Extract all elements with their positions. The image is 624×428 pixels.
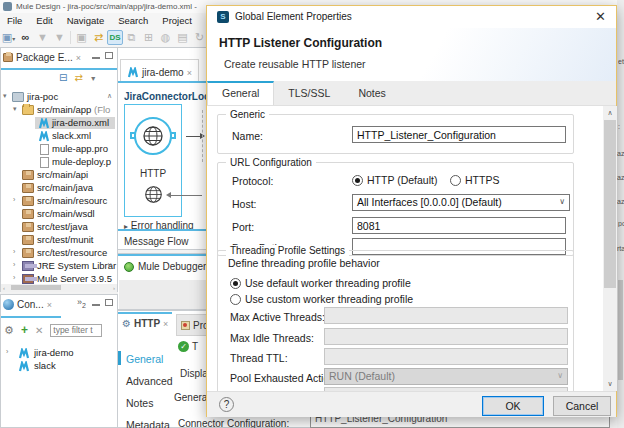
tree-label: src/main/java [37,182,93,193]
help-icon[interactable]: ? [219,397,234,412]
host-select[interactable]: All Interfaces [0.0.0.0] (Default)∨ [352,194,570,211]
tree-label: Mule Server 3.9.5 [37,273,112,284]
dialog-tab-notes[interactable]: Notes [344,81,399,105]
scroll-thumb[interactable] [604,120,616,288]
editor-tab-jira-demo[interactable]: jira-demo × [120,59,199,81]
port-input[interactable] [352,217,566,234]
radio-default-threading[interactable] [230,278,241,289]
maximize-icon[interactable] [105,52,113,59]
datasense-icon[interactable]: DS [107,30,123,45]
package-explorer-tab[interactable]: Package E... × [3,52,81,63]
menu-search[interactable]: Search [111,15,155,26]
close-icon[interactable]: × [163,319,168,329]
scroll-thumb[interactable] [11,285,61,290]
scroll-left-icon[interactable]: ‹ [3,285,5,291]
scroll-up-icon[interactable]: ∧ [107,92,112,100]
close-icon[interactable]: × [47,300,52,310]
tree-item-src-main-java[interactable]: src/main/java [1,182,117,195]
http-tab[interactable]: ⚙ HTTP × [122,318,168,329]
scroll-down-icon[interactable]: ∨ [603,380,617,388]
radio-http[interactable] [352,175,363,186]
tree-item-mule-app[interactable]: mule-app.pro [1,143,117,156]
menu-project[interactable]: Project [155,15,199,26]
scroll-down-icon[interactable]: ∨ [107,261,112,269]
tree-item-jre-library[interactable]: › JRE System Librar ∨ [1,260,117,273]
sync-icon[interactable]: ⇄ [90,31,107,44]
nav-metadata[interactable]: Metadata [126,419,170,428]
expander-icon[interactable]: › [6,348,8,355]
expander-icon[interactable]: › [13,196,15,203]
tree-item-src-test-munit[interactable]: src/test/munit [1,234,117,247]
close-icon[interactable]: × [187,68,192,78]
save-icon[interactable]: ▼ [34,31,51,43]
radio-custom-threading[interactable] [230,294,241,305]
ok-button[interactable]: OK [482,396,544,416]
tree-item-jira-demo-xml[interactable]: jira-demo.xml [1,117,117,130]
nav-notes[interactable]: Notes [126,397,153,409]
tree-item-src-test-java[interactable]: src/test/java [1,221,117,234]
link-editor-icon[interactable]: ⇄ [74,72,82,83]
more-views-icon[interactable]: »2 [77,297,86,309]
snapshot-icon[interactable]: ▣ [73,31,90,44]
add-icon[interactable]: + [21,323,28,337]
nav-general[interactable]: General [126,353,163,365]
tree-item-src-main-wsdl[interactable]: src/main/wsdl [1,208,117,221]
cancel-button[interactable]: Cancel [553,396,611,416]
connection-item-jira-demo[interactable]: › jira-demo [1,347,117,360]
menu-file[interactable]: File [0,15,29,26]
copy-icon[interactable]: ⧉ [123,31,140,44]
tree-item-jira-poc[interactable]: ▾ jira-poc ∧ [1,91,117,104]
tree-item-src-main-api[interactable]: src/main/api [1,169,117,182]
expander-icon[interactable]: › [13,274,15,281]
connection-item-slack[interactable]: slack [1,360,117,373]
dialog-close-icon[interactable]: ✕ [595,9,606,24]
tree-item-src-main-app[interactable]: ▾ src/main/app (Flo [1,104,117,117]
view-menu-icon[interactable]: ▼ [90,72,97,83]
app-icon [3,2,12,11]
minimize-icon[interactable] [92,299,100,306]
scroll-right-icon[interactable]: › [113,285,115,291]
expander-icon[interactable]: ▾ [13,105,17,113]
close-icon[interactable]: × [76,53,81,63]
minimize-icon[interactable] [92,52,100,59]
expander-icon[interactable]: ▾ [3,92,7,100]
dialog-scrollbar[interactable]: ∧ ∨ [603,106,617,391]
tree-item-slack-xml[interactable]: slack.xml [1,130,117,143]
menu-navigate[interactable]: Navigate [60,15,112,26]
tree-item-src-main-resources[interactable]: › src/main/resourc [1,195,117,208]
doc-icon[interactable]: ▤ [174,31,191,44]
expander-icon[interactable]: › [13,261,15,268]
save-all-icon[interactable]: ▼ [51,31,68,43]
connections-tab[interactable]: Con... × [3,299,52,310]
radio-https[interactable] [450,175,461,186]
nav-advanced[interactable]: Advanced [126,375,173,387]
gear-icon[interactable]: ⚙ [4,324,14,337]
name-input[interactable] [352,126,566,143]
debugger-tab[interactable]: Mule Debugger × [124,261,215,272]
http-globe-icon[interactable] [142,125,164,151]
response-globe-icon[interactable] [144,185,163,208]
delete-icon[interactable]: ✕ [35,325,43,336]
dialog-content: Generic Name: URL Configuration Protocol… [207,106,602,391]
connections-toolbar: ⚙ + ✕ [4,323,102,337]
maximize-icon[interactable] [105,299,113,306]
menu-edit[interactable]: Edit [29,15,59,26]
scroll-up-icon[interactable]: ∧ [603,109,617,117]
clone-icon[interactable]: ⊞ [140,31,157,44]
dialog-tab-tls[interactable]: TLS/SSL [274,81,344,105]
dialog-titlebar[interactable]: S Global Element Properties ✕ [207,6,616,28]
flow-arrow [186,136,200,137]
dialog-tab-general[interactable]: General [207,81,274,105]
horizontal-scrollbar[interactable]: ‹ › [1,284,117,292]
expander-icon[interactable]: › [13,248,15,255]
new-wizard-icon[interactable]: ▣▾ [0,31,17,44]
collapse-all-icon[interactable]: ⊟ [59,72,67,83]
mule-run-icon[interactable]: ∞ [17,31,34,43]
tree-item-mule-deploy[interactable]: mule-deploy.p [1,156,117,169]
filter-input[interactable] [50,324,102,337]
bg-fragment: : [618,123,620,130]
publish-icon[interactable]: ◍ [157,31,174,44]
tree-item-src-test-resources[interactable]: › src/test/resource [1,247,117,260]
tab-message-flow[interactable]: Message Flow [124,236,188,247]
status-text-fragment: T [192,341,198,352]
